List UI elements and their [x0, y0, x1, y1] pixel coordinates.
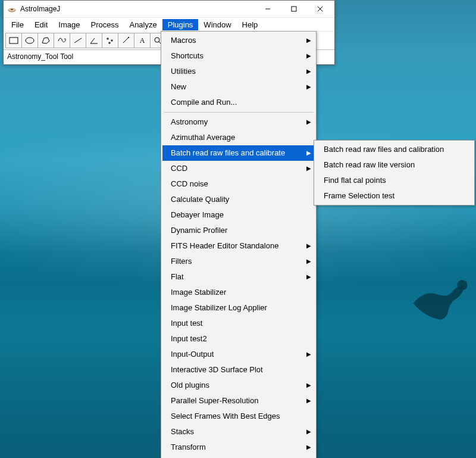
menu-image[interactable]: Image: [53, 19, 85, 30]
menu-item-label: Batch read raw lite version: [324, 160, 415, 170]
menu-item-label: Utilities: [171, 66, 196, 77]
tool-oval[interactable]: [21, 33, 38, 48]
submenu-arrow-icon: ▶: [306, 66, 311, 77]
menu-file[interactable]: File: [6, 19, 29, 30]
minimize-button[interactable]: [255, 1, 281, 17]
plugins-item[interactable]: test▶: [162, 455, 315, 458]
tool-angle[interactable]: [86, 33, 102, 48]
plugins-item[interactable]: CCD▶: [162, 161, 315, 176]
plugins-item[interactable]: Image Stabilizer Log Applier: [162, 300, 315, 316]
close-button[interactable]: [307, 1, 333, 17]
submenu-arrow-icon: ▶: [306, 395, 311, 406]
menu-item-label: Input test2: [171, 334, 207, 344]
plugins-item[interactable]: Calculate Quality: [162, 192, 315, 207]
plugins-item[interactable]: Old plugins▶: [162, 378, 315, 393]
submenu-arrow-icon: ▶: [306, 426, 311, 437]
menu-item-label: Dynamic Profiler: [171, 225, 227, 236]
plugins-item[interactable]: Astronomy▶: [162, 114, 315, 130]
menu-item-label: Filters: [171, 256, 192, 267]
menu-item-label: Interactive 3D Surface Plot: [171, 364, 263, 375]
menu-item-label: CCD: [171, 163, 187, 174]
plugins-item[interactable]: Utilities▶: [162, 64, 315, 79]
menu-plugins[interactable]: Plugins: [162, 19, 199, 30]
submenu-arrow-icon: ▶: [306, 442, 311, 453]
plugins-dropdown: Macros▶Shortcuts▶Utilities▶New▶Compile a…: [161, 31, 317, 458]
plugins-item[interactable]: Filters▶: [162, 254, 315, 269]
menu-item-label: FITS Header Editor Standalone: [171, 241, 278, 251]
svg-point-9: [155, 38, 159, 42]
svg-point-3: [11, 9, 14, 10]
menu-item-label: Azimuthal Average: [171, 132, 235, 143]
submenu-arrow-icon: ▶: [306, 163, 311, 174]
plugins-item[interactable]: Azimuthal Average: [162, 130, 315, 145]
tool-rectangle[interactable]: [5, 33, 22, 48]
plugins-item[interactable]: Input test2: [162, 331, 315, 347]
menu-item-label: Input-Output: [171, 349, 214, 360]
menu-item-label: Transform: [171, 442, 206, 453]
plugins-item[interactable]: Transform▶: [162, 440, 315, 455]
plugins-item[interactable]: Parallel Super-Resolution▶: [162, 393, 315, 409]
svg-point-6: [26, 38, 34, 43]
batch-submenu: Batch read raw files and calibrationBatc…: [314, 140, 475, 205]
menu-item-label: Compile and Run...: [171, 97, 237, 108]
tool-line[interactable]: [70, 33, 86, 48]
menubar: File Edit Image Process Analyze Plugins …: [4, 18, 334, 32]
plugins-item[interactable]: Debayer Image: [162, 207, 315, 223]
menu-process[interactable]: Process: [86, 19, 124, 30]
menu-item-label: Image Stabilizer: [171, 287, 226, 298]
menu-window[interactable]: Window: [198, 19, 236, 30]
menu-edit[interactable]: Edit: [29, 19, 53, 30]
menu-item-label: Stacks: [171, 426, 194, 437]
menu-item-label: Calculate Quality: [171, 194, 229, 205]
plugins-item[interactable]: Stacks▶: [162, 424, 315, 440]
tool-freehand[interactable]: [54, 33, 70, 48]
tool-text[interactable]: A: [134, 33, 151, 48]
svg-point-7: [128, 37, 129, 38]
maximize-button[interactable]: [281, 1, 307, 17]
plugins-item[interactable]: Flat▶: [162, 269, 315, 285]
desktop-background: AstroImageJ File Edit Image Process Anal…: [0, 0, 476, 458]
titlebar[interactable]: AstroImageJ: [4, 1, 334, 18]
submenu-arrow-icon: ▶: [306, 51, 311, 61]
menu-item-label: Old plugins: [171, 380, 209, 391]
batch-submenu-item[interactable]: Find flat cal points: [315, 173, 473, 188]
menu-item-label: Batch read raw files and calibrate: [171, 148, 285, 158]
plugins-item[interactable]: Compile and Run...: [162, 95, 315, 110]
tool-multipoint[interactable]: [102, 33, 118, 48]
svg-text:A: A: [140, 36, 145, 45]
plugins-item[interactable]: Image Stabilizer: [162, 285, 315, 300]
batch-submenu-item[interactable]: Batch read raw lite version: [315, 157, 473, 173]
menu-item-label: Select Frames With Best Edges: [171, 411, 280, 422]
menu-item-label: Astronomy: [171, 117, 208, 127]
submenu-arrow-icon: ▶: [306, 82, 311, 92]
tool-wand[interactable]: [118, 33, 134, 48]
submenu-arrow-icon: ▶: [306, 380, 311, 391]
plugins-item[interactable]: Batch read raw files and calibrate▶: [162, 145, 315, 161]
batch-submenu-item[interactable]: Batch read raw files and calibration: [315, 142, 473, 157]
menu-item-label: Flat: [171, 272, 184, 282]
tool-polygon[interactable]: [37, 33, 54, 48]
svg-point-0: [457, 280, 467, 290]
plugins-item[interactable]: Macros▶: [162, 33, 315, 48]
plugins-item[interactable]: Input test: [162, 316, 315, 331]
menu-analyze[interactable]: Analyze: [124, 19, 162, 30]
menu-item-label: Input test: [171, 318, 202, 329]
svg-rect-4: [292, 7, 296, 11]
submenu-arrow-icon: ▶: [306, 148, 311, 158]
plugins-item[interactable]: New▶: [162, 79, 315, 95]
plugins-item[interactable]: CCD noise: [162, 176, 315, 192]
menu-item-label: Batch read raw files and calibration: [324, 144, 444, 155]
submenu-arrow-icon: ▶: [306, 272, 311, 282]
plugins-item[interactable]: Shortcuts▶: [162, 48, 315, 64]
menu-item-label: Debayer Image: [171, 210, 224, 220]
plugins-item[interactable]: Select Frames With Best Edges: [162, 409, 315, 424]
plugins-item[interactable]: FITS Header Editor Standalone▶: [162, 238, 315, 254]
plugins-item[interactable]: Input-Output▶: [162, 347, 315, 362]
batch-submenu-item[interactable]: Frame Selection test: [315, 188, 473, 204]
menu-help[interactable]: Help: [237, 19, 264, 30]
menu-item-label: Parallel Super-Resolution: [171, 395, 258, 406]
menu-item-label: Frame Selection test: [324, 191, 394, 201]
plugins-item[interactable]: Dynamic Profiler: [162, 223, 315, 238]
plugins-item[interactable]: Interactive 3D Surface Plot: [162, 362, 315, 378]
menu-item-label: Find flat cal points: [324, 175, 386, 186]
